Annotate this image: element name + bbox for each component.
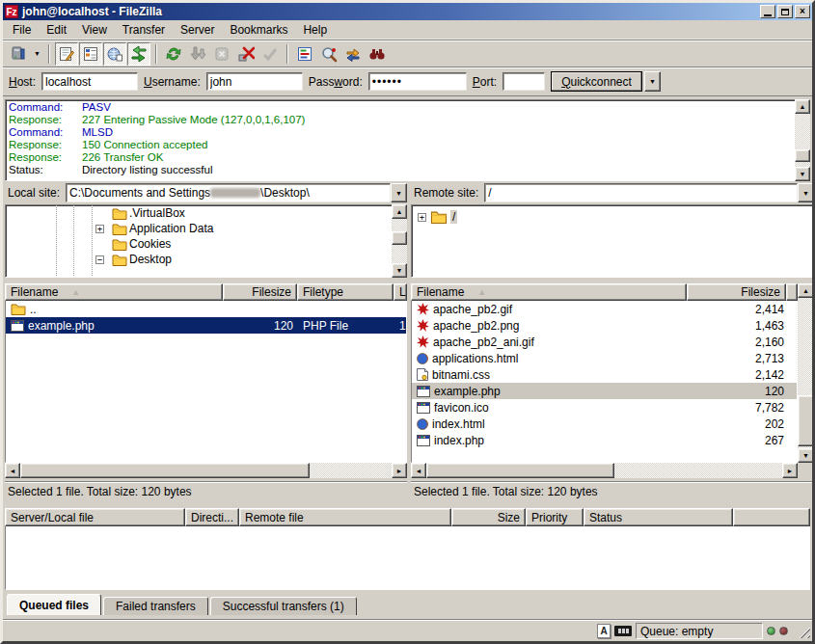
file-row[interactable]: applications.html 2,713 (412, 350, 797, 366)
directory-comparison-button[interactable] (317, 42, 340, 66)
file-row[interactable]: index.html 202 (412, 416, 797, 432)
port-input[interactable] (503, 72, 545, 91)
scrollbar-thumb[interactable] (20, 463, 310, 478)
scroll-up-icon[interactable]: ▲ (798, 283, 814, 298)
scroll-left-icon[interactable]: ◄ (411, 463, 426, 478)
directory-listing-filters-button[interactable] (293, 42, 316, 66)
scrollbar-thumb[interactable] (392, 231, 407, 245)
queue-column-direction[interactable]: Directi... (185, 508, 239, 526)
remote-list-hscrollbar[interactable]: ◄ ► (411, 463, 798, 478)
column-header-filetype[interactable]: Filetype (297, 283, 394, 301)
password-input[interactable] (368, 72, 467, 91)
reconnect-button[interactable] (258, 42, 282, 66)
disconnect-button[interactable] (234, 42, 258, 66)
column-header-filesize[interactable]: Filesize (223, 283, 297, 301)
process-queue-button[interactable] (186, 42, 209, 66)
speed-limits-icon[interactable] (614, 626, 632, 636)
column-header-filename[interactable]: Filename▲ (5, 283, 223, 301)
tree-item-desktop[interactable]: − Desktop (6, 252, 406, 267)
scrollbar-track[interactable] (614, 463, 782, 478)
tree-item-root[interactable]: + / (412, 209, 813, 225)
file-row[interactable]: index.php 267 (412, 432, 797, 448)
tab-queued-files[interactable]: Queued files (7, 594, 101, 615)
remote-path-value[interactable]: / (484, 183, 798, 202)
toggle-local-tree-button[interactable] (79, 42, 102, 66)
resize-grip[interactable] (796, 624, 810, 638)
local-path-combo[interactable]: C:\Documents and Settings\Desktop\ ▼ (66, 183, 407, 202)
toggle-transfer-queue-button[interactable] (127, 42, 150, 66)
file-row-example-php[interactable]: example.php 120 (412, 383, 797, 399)
local-list-hscrollbar[interactable]: ◄ ► (5, 463, 407, 478)
column-header-lastmodified[interactable]: L (394, 283, 407, 301)
scroll-right-icon[interactable]: ► (392, 463, 407, 478)
site-manager-button[interactable] (7, 42, 30, 66)
scroll-up-icon[interactable]: ▲ (392, 204, 407, 219)
column-header-filename[interactable]: Filename▲ (411, 283, 687, 301)
file-row[interactable]: apache_pb2.png 1,463 (412, 317, 797, 334)
scrollbar-thumb[interactable] (798, 395, 814, 446)
file-row-example-php[interactable]: example.php 120 PHP File 1 (6, 317, 406, 334)
data-type-icon[interactable]: A (597, 624, 611, 638)
minimize-button[interactable] (760, 5, 775, 18)
expand-icon[interactable]: + (95, 225, 104, 233)
username-input[interactable] (206, 72, 303, 91)
queue-column-size[interactable]: Size (451, 508, 526, 526)
cancel-button[interactable] (210, 42, 233, 66)
host-input[interactable] (41, 72, 138, 91)
expand-icon[interactable]: + (418, 213, 426, 222)
queue-column-priority[interactable]: Priority (526, 508, 584, 526)
tab-failed-transfers[interactable]: Failed transfers (103, 597, 208, 615)
column-header-filesize[interactable]: Filesize (687, 283, 787, 301)
queue-column-status[interactable]: Status (584, 508, 733, 526)
redacted-username (210, 188, 260, 198)
quickconnect-button[interactable]: Quickconnect (551, 71, 642, 92)
menu-transfer[interactable]: Transfer (115, 21, 173, 39)
scroll-down-icon[interactable]: ▼ (798, 448, 814, 463)
file-row[interactable]: apache_pb2_ani.gif 2,160 (412, 334, 797, 350)
synchronized-browsing-button[interactable] (341, 42, 365, 66)
file-row-parent-dir[interactable]: .. (6, 301, 406, 317)
remote-path-combo[interactable]: / ▼ (484, 183, 814, 202)
refresh-button[interactable] (162, 42, 185, 66)
menu-bookmarks[interactable]: Bookmarks (222, 21, 295, 39)
file-row[interactable]: apache_pb2.gif 2,414 (412, 301, 797, 317)
collapse-icon[interactable]: − (95, 255, 104, 264)
close-button[interactable]: × (795, 5, 810, 18)
menu-view[interactable]: View (74, 21, 115, 39)
quickconnect-dropdown[interactable]: ▼ (644, 71, 661, 92)
local-tree-scrollbar[interactable]: ▲ ▼ (392, 204, 407, 278)
queue-column-server-local-file[interactable]: Server/Local file (5, 508, 185, 526)
tree-item-cookies[interactable]: Cookies (6, 236, 406, 252)
log-scrollbar[interactable]: ▲ ▼ (795, 99, 810, 181)
queue-column-remote-file[interactable]: Remote file (239, 508, 451, 526)
local-path-dropdown-icon[interactable]: ▼ (391, 183, 407, 202)
toolbar: ▼ (3, 40, 812, 67)
scroll-down-icon[interactable]: ▼ (392, 263, 407, 278)
scrollbar-thumb[interactable] (426, 463, 614, 478)
toggle-remote-tree-button[interactable] (103, 42, 126, 66)
remote-list-scrollbar[interactable]: ▲ ▼ (798, 283, 814, 463)
menu-file[interactable]: File (5, 21, 39, 39)
local-path-value[interactable]: C:\Documents and Settings\Desktop\ (66, 183, 391, 202)
menu-server[interactable]: Server (173, 21, 222, 39)
tab-successful-transfers[interactable]: Successful transfers (1) (210, 597, 357, 615)
menu-edit[interactable]: Edit (39, 21, 74, 39)
find-files-button[interactable] (366, 42, 389, 66)
remote-path-dropdown-icon[interactable]: ▼ (798, 183, 814, 202)
scrollbar-track[interactable] (310, 463, 392, 478)
scroll-down-icon[interactable]: ▼ (795, 167, 810, 181)
scroll-left-icon[interactable]: ◄ (5, 463, 20, 478)
site-manager-dropdown[interactable]: ▼ (31, 43, 43, 65)
tree-item-application-data[interactable]: + Application Data (6, 221, 406, 236)
scrollbar-thumb[interactable] (795, 149, 810, 162)
file-row[interactable]: bitnami.css 2,142 (412, 366, 797, 383)
queue-column-spacer (733, 508, 810, 526)
file-row[interactable]: favicon.ico 7,782 (412, 399, 797, 416)
maximize-button[interactable] (777, 5, 793, 18)
scroll-up-icon[interactable]: ▲ (795, 99, 810, 114)
toggle-message-log-button[interactable] (55, 42, 78, 66)
menu-help[interactable]: Help (295, 21, 335, 39)
tree-item-virtualbox[interactable]: .VirtualBox (6, 205, 406, 221)
scroll-right-icon[interactable]: ► (782, 463, 798, 478)
remote-root-label[interactable]: / (450, 210, 457, 224)
